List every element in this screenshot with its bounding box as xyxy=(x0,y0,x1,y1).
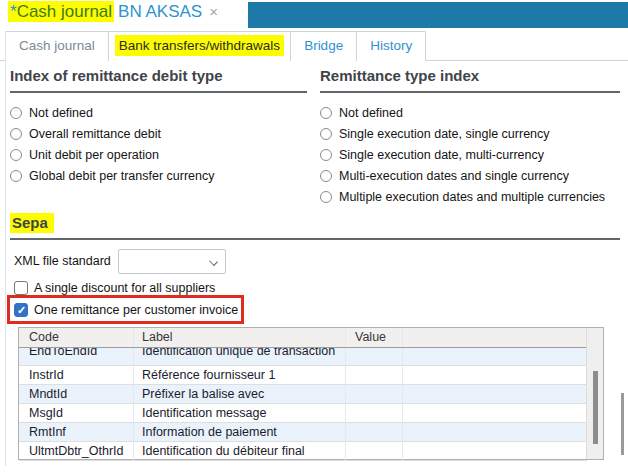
scrollbar-thumb[interactable] xyxy=(593,371,598,444)
radio-label: Global debit per transfer currency xyxy=(29,169,215,183)
table-header-row: Code Label Value xyxy=(19,328,587,348)
radio-label: Not defined xyxy=(339,106,403,120)
cell-value xyxy=(346,442,403,460)
cell-extra xyxy=(403,442,587,460)
radio-icon[interactable] xyxy=(320,191,332,203)
window-title: *Cash journalBN AKSAS× xyxy=(8,2,218,28)
radio-label: Single execution date, multi-currency xyxy=(339,148,544,162)
section-title: Remittance type index xyxy=(320,67,620,93)
table-scrollbar[interactable] xyxy=(586,328,603,459)
cell-value xyxy=(346,385,403,403)
radio-icon[interactable] xyxy=(10,107,22,119)
cell-value xyxy=(346,348,403,366)
table-row[interactable]: RmtInf Information de paiement xyxy=(19,423,587,442)
cell-code: EndToEndId xyxy=(19,348,134,366)
checkbox-single-discount[interactable]: ✓ A single discount for all suppliers xyxy=(14,280,215,296)
cell-value xyxy=(346,404,403,422)
annotation-red-box: ✓ One remittance per customer invoice xyxy=(7,295,244,324)
radio-label: Multi-execution dates and single currenc… xyxy=(339,169,569,183)
radio-icon[interactable] xyxy=(10,149,22,161)
checkbox-label: One remittance per customer invoice xyxy=(34,303,238,317)
tab-label: Cash journal xyxy=(19,38,95,53)
radio-icon[interactable] xyxy=(320,107,332,119)
radio-label: Unit debit per operation xyxy=(29,148,159,162)
debit-type-options: Not defined Overall remittance debit Uni… xyxy=(10,102,307,186)
table-row[interactable]: MsgId Identification message xyxy=(19,404,587,423)
radio-option[interactable]: Overall remittance debit xyxy=(10,123,307,144)
cell-extra xyxy=(403,423,587,441)
radio-option[interactable]: Single execution date, multi-currency xyxy=(320,144,620,165)
section-debit-type: Index of remittance debit type Not defin… xyxy=(10,67,307,186)
tab-history[interactable]: History xyxy=(356,31,426,61)
section-title: Sepa xyxy=(10,213,54,233)
panel-border xyxy=(5,31,6,466)
cell-label: Identification du débiteur final xyxy=(134,442,346,460)
cell-code: UltmtDbtr_OthrId xyxy=(19,442,134,460)
radio-icon[interactable] xyxy=(320,128,332,140)
page-scrollbar-thumb[interactable] xyxy=(621,393,624,455)
function-title: Cash journal xyxy=(17,2,112,21)
tab-label: History xyxy=(370,38,412,53)
column-header-label[interactable]: Label xyxy=(134,328,346,347)
tab-bridge[interactable]: Bridge xyxy=(290,31,357,61)
cell-extra xyxy=(403,404,587,422)
modified-indicator: * xyxy=(10,2,17,21)
tab-cash-journal[interactable]: Cash journal xyxy=(5,31,109,61)
cell-extra xyxy=(403,366,587,384)
radio-label: Overall remittance debit xyxy=(29,127,161,141)
radio-label: Single execution date, single currency xyxy=(339,127,550,141)
chevron-down-icon xyxy=(209,257,218,266)
tab-bank-transfers-withdrawals[interactable]: Bank transfers/withdrawals xyxy=(108,31,291,61)
cell-value xyxy=(346,423,403,441)
radio-label: Multiple execution dates and multiple cu… xyxy=(339,190,605,204)
table-row[interactable]: EndToEndId Identification unique de tran… xyxy=(19,348,587,366)
section-remittance-type: Remittance type index Not defined Single… xyxy=(320,67,620,207)
cell-label: Identification unique de transaction xyxy=(134,348,346,366)
radio-option[interactable]: Single execution date, single currency xyxy=(320,123,620,144)
tab-label: Bank transfers/withdrawals xyxy=(115,35,284,56)
sepa-tags-table: Code Label Value EndToEndId Identificati… xyxy=(18,327,604,460)
table-row[interactable]: MndtId Préfixer la balise avec xyxy=(19,385,587,404)
tab-label: Bridge xyxy=(304,38,343,53)
column-header-code[interactable]: Code xyxy=(19,328,134,347)
record-code: BN AKSAS xyxy=(118,2,202,21)
cell-code: RmtInf xyxy=(19,423,134,441)
radio-option[interactable]: Global debit per transfer currency xyxy=(10,165,307,186)
cell-label: Identification message xyxy=(134,404,346,422)
section-sepa-header: Sepa xyxy=(10,213,620,240)
radio-icon[interactable] xyxy=(320,170,332,182)
close-icon[interactable]: × xyxy=(209,3,218,20)
radio-option[interactable]: Multiple execution dates and multiple cu… xyxy=(320,186,620,207)
radio-icon[interactable] xyxy=(10,128,22,140)
cell-code: InstrId xyxy=(19,366,134,384)
check-icon: ✓ xyxy=(17,304,26,317)
cell-label: Préfixer la balise avec xyxy=(134,385,346,403)
column-header-value[interactable]: Value xyxy=(346,328,403,347)
tab-bar: Cash journal Bank transfers/withdrawals … xyxy=(0,31,628,61)
checkbox-icon[interactable]: ✓ xyxy=(14,281,28,295)
function-title-highlight: *Cash journal xyxy=(8,1,114,22)
header-accent-bar xyxy=(248,2,628,28)
cell-extra xyxy=(403,348,587,366)
cell-code: MndtId xyxy=(19,385,134,403)
table-row[interactable]: InstrId Référence fournisseur 1 xyxy=(19,366,587,385)
cell-label: Référence fournisseur 1 xyxy=(134,366,346,384)
cell-code: MsgId xyxy=(19,404,134,422)
radio-option[interactable]: Not defined xyxy=(320,102,620,123)
cell-label: Information de paiement xyxy=(134,423,346,441)
remittance-type-options: Not defined Single execution date, singl… xyxy=(320,102,620,207)
radio-label: Not defined xyxy=(29,106,93,120)
checkbox-one-remittance-per-invoice[interactable]: ✓ One remittance per customer invoice xyxy=(10,298,241,321)
radio-option[interactable]: Unit debit per operation xyxy=(10,144,307,165)
checkbox-icon[interactable]: ✓ xyxy=(14,303,28,317)
cell-value xyxy=(346,366,403,384)
checkbox-label: A single discount for all suppliers xyxy=(34,281,215,295)
table-row[interactable]: UltmtDbtr_OthrId Identification du débit… xyxy=(19,442,587,461)
radio-option[interactable]: Not defined xyxy=(10,102,307,123)
cell-extra xyxy=(403,385,587,403)
radio-icon[interactable] xyxy=(320,149,332,161)
xml-file-standard-select[interactable] xyxy=(118,249,226,274)
xml-file-standard-field: XML file standard xyxy=(14,249,314,274)
radio-icon[interactable] xyxy=(10,170,22,182)
radio-option[interactable]: Multi-execution dates and single currenc… xyxy=(320,165,620,186)
